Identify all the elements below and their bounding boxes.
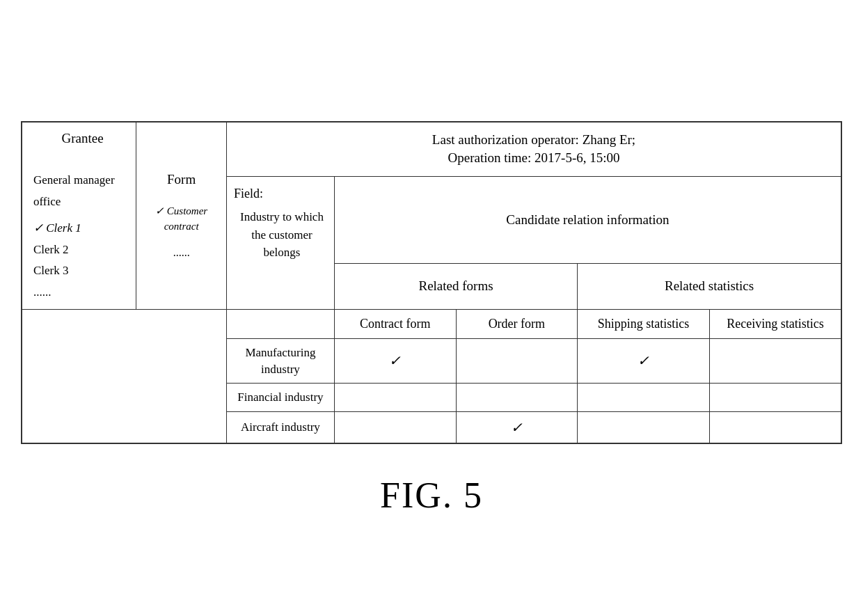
grantee-ellipsis: ...... (33, 282, 132, 303)
receiving-manufacturing (709, 338, 841, 384)
receiving-statistics-header: Receiving statistics (709, 309, 841, 338)
form-ellipsis: ...... (141, 245, 222, 260)
grantee-header: Grantee General manager office ✓ Clerk 1… (22, 122, 136, 309)
receiving-aircraft (709, 412, 841, 444)
shipping-statistics-header: Shipping statistics (578, 309, 710, 338)
permission-table: Grantee General manager office ✓ Clerk 1… (21, 121, 842, 445)
contract-form-header: Contract form (334, 309, 456, 338)
form-header: Form ✓ Customer contract ...... (136, 122, 227, 309)
auth-header-cell: Last authorization operator: Zhang Er; O… (227, 122, 841, 177)
office-label: General manager office (33, 170, 132, 212)
auth-header-row: Grantee General manager office ✓ Clerk 1… (22, 122, 841, 177)
related-statistics-header: Related statistics (578, 264, 841, 309)
clerk1-label: ✓ Clerk 1 (33, 218, 132, 239)
contract-financial (334, 384, 456, 412)
grantee-and-form-merged (22, 309, 227, 443)
field-label-cell: Field: Industry to which the customer be… (227, 176, 335, 309)
order-manufacturing (456, 338, 578, 384)
contract-aircraft (334, 412, 456, 444)
order-form-header: Order form (456, 309, 578, 338)
customer-contract-label: ✓ Customer contract (141, 203, 222, 235)
shipping-aircraft (578, 412, 710, 444)
clerk2-label: Clerk 2 (33, 239, 132, 261)
order-aircraft: ✓ (456, 412, 578, 444)
shipping-financial (578, 384, 710, 412)
order-financial (456, 384, 578, 412)
subheader-row: Contract form Order form Shipping statis… (22, 309, 841, 338)
figure-label: FIG. 5 (380, 475, 483, 516)
industry-col-header (227, 309, 335, 338)
contract-manufacturing: ✓ (334, 338, 456, 384)
industry-aircraft: Aircraft industry (227, 412, 335, 444)
clerk3-label: Clerk 3 (33, 260, 132, 282)
receiving-financial (709, 384, 841, 412)
candidate-info-header: Candidate relation information (334, 176, 841, 263)
related-forms-header: Related forms (334, 264, 577, 309)
industry-financial: Financial industry (227, 384, 335, 412)
main-table-container: Grantee General manager office ✓ Clerk 1… (21, 121, 842, 445)
industry-manufacturing: Manufacturing industry (227, 338, 335, 384)
shipping-manufacturing: ✓ (578, 338, 710, 384)
